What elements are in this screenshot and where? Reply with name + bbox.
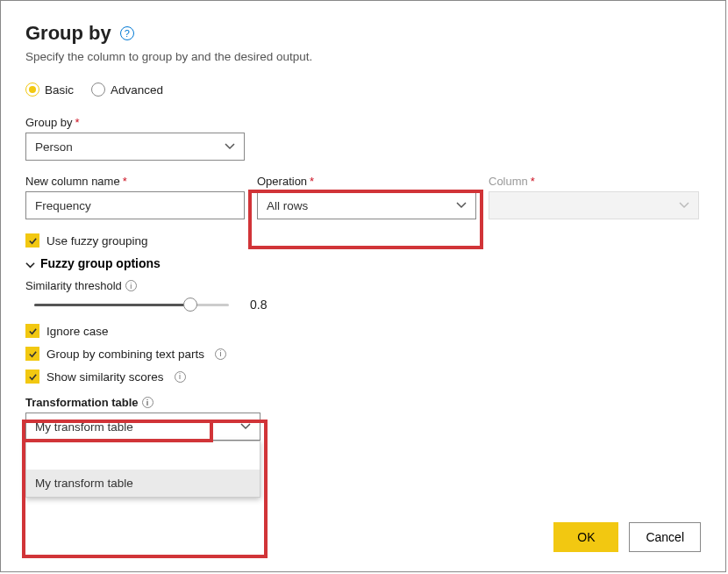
fuzzy-options-toggle[interactable]: Fuzzy group options	[25, 256, 701, 270]
group-by-dialog: Group by ? Specify the column to group b…	[0, 0, 726, 572]
checkbox-icon	[25, 233, 39, 248]
transform-dropdown: My transform table	[25, 441, 261, 498]
combine-text-checkbox[interactable]: Group by combining text parts i	[25, 347, 701, 361]
info-icon[interactable]: i	[142, 397, 153, 408]
info-icon[interactable]: i	[125, 280, 137, 291]
info-icon[interactable]: i	[175, 371, 186, 383]
chevron-down-icon	[225, 141, 235, 152]
dialog-subtitle: Specify the column to group by and the d…	[25, 50, 701, 63]
cancel-button[interactable]: Cancel	[629, 522, 701, 552]
chevron-down-icon	[679, 200, 689, 211]
similarity-slider[interactable]	[34, 298, 229, 312]
checkbox-icon	[25, 370, 39, 384]
dropdown-item[interactable]: My transform table	[26, 470, 260, 497]
similarity-label: Similarity threshold i	[25, 279, 701, 292]
radio-circle-icon	[91, 83, 105, 97]
checkbox-icon	[25, 324, 39, 338]
transform-select[interactable]: My transform table	[25, 413, 261, 441]
radio-advanced[interactable]: Advanced	[91, 83, 163, 97]
transform-label: Transformation table i	[25, 396, 701, 409]
chevron-down-icon	[240, 421, 251, 432]
dialog-title: Group by	[25, 22, 111, 45]
mode-radio-group: Basic Advanced	[25, 83, 701, 97]
radio-circle-icon	[25, 83, 39, 97]
operation-select[interactable]: All rows	[257, 191, 476, 219]
show-scores-checkbox[interactable]: Show similarity scores i	[25, 370, 701, 384]
chevron-down-icon	[456, 200, 467, 211]
newcolumn-label: New column name*	[25, 175, 245, 188]
help-icon[interactable]: ?	[120, 26, 134, 40]
similarity-value: 0.8	[250, 298, 267, 312]
slider-thumb[interactable]	[183, 298, 197, 312]
column-label: Column*	[489, 175, 699, 188]
ok-button[interactable]: OK	[553, 522, 618, 552]
info-icon[interactable]: i	[215, 348, 226, 360]
checkbox-icon	[25, 347, 39, 361]
dropdown-blank-item[interactable]	[26, 441, 260, 470]
chevron-down-icon	[25, 259, 35, 269]
groupby-select[interactable]: Person	[25, 133, 245, 161]
newcolumn-input[interactable]: Frequency	[25, 191, 245, 219]
operation-label: Operation*	[257, 175, 476, 188]
use-fuzzy-checkbox[interactable]: Use fuzzy grouping	[25, 233, 701, 248]
radio-basic[interactable]: Basic	[25, 83, 74, 97]
ignore-case-checkbox[interactable]: Ignore case	[25, 324, 701, 338]
column-select	[489, 191, 699, 219]
groupby-label: Group by*	[25, 116, 701, 129]
